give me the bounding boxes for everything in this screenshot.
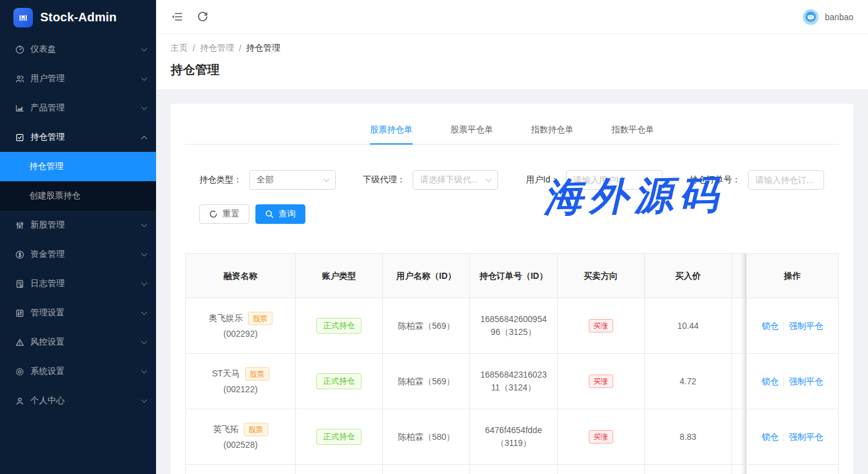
sliver-cell: [731, 354, 746, 409]
stock-name: ST天马: [212, 367, 240, 380]
page-title: 持仓管理: [171, 61, 853, 78]
user-cell: 陈柏霖（580）: [383, 409, 470, 465]
logo[interactable]: Stock-Admin: [0, 0, 156, 35]
chevron-down-icon: [324, 176, 330, 182]
logo-icon: [13, 8, 33, 27]
sidebar-item-users[interactable]: 用户管理: [0, 64, 156, 93]
lock-position-link[interactable]: 锁仓: [761, 321, 778, 331]
chevron-down-icon: [141, 280, 148, 286]
sidebar-item-logs[interactable]: 日志管理: [0, 269, 156, 298]
table-row: ST天马股票(002122) 正式持仓 陈柏霖（569） 16856842316…: [186, 354, 839, 409]
stock-tag: 股票: [244, 423, 268, 436]
sidebar-item-label: 资金管理: [30, 249, 136, 260]
stock-code: (002292): [194, 328, 286, 340]
stock-name: 奥飞娱乐: [209, 312, 243, 325]
content: 股票持仓单 股票平仓单 指数持仓单 指数平仓单 持仓类型： 全部 下级代理：: [156, 89, 868, 474]
col-buy-price: 买入价: [644, 254, 731, 298]
filter-order-no: 持仓订单号：: [689, 170, 853, 190]
user-menu[interactable]: banbao: [803, 9, 853, 25]
sidebar-subitem-position-management[interactable]: 持仓管理: [0, 152, 156, 181]
sidebar-item-ipo[interactable]: 新股管理: [0, 210, 156, 240]
account-type-badge: 正式持仓: [316, 373, 361, 389]
filter-bar: 持仓类型： 全部 下级代理： 请选择下级代...: [185, 170, 839, 190]
sidebar-item-label: 持仓管理: [30, 132, 136, 143]
profile-icon: [15, 396, 24, 406]
force-close-link[interactable]: 强制平仓: [789, 432, 823, 442]
tab-bar: 股票持仓单 股票平仓单 指数持仓单 指数平仓单: [185, 118, 839, 145]
user-id-label: 用户Id：: [526, 174, 559, 185]
products-icon: [15, 103, 24, 113]
sidebar-item-label: 管理设置: [30, 307, 136, 318]
avatar: [803, 9, 819, 25]
table-row: 奥飞娱乐股票(002292) 正式持仓 陈柏霖（569） 16856842600…: [186, 298, 839, 354]
user-id-input[interactable]: [566, 170, 663, 190]
col-sliver: [731, 254, 746, 298]
sidebar-item-funds[interactable]: 资金管理: [0, 240, 156, 269]
search-button[interactable]: 查询: [255, 204, 305, 224]
force-close-link[interactable]: 强制平仓: [789, 376, 823, 386]
sidebar-item-risk[interactable]: 风控设置: [0, 328, 156, 357]
filter-sub-agent: 下级代理： 请选择下级代...: [363, 170, 526, 190]
app-title: Stock-Admin: [40, 10, 117, 24]
reload-icon[interactable]: [196, 11, 208, 23]
filter-user-id: 用户Id：: [526, 170, 689, 190]
position-type-select[interactable]: 全部: [249, 170, 336, 190]
sidebar-item-products[interactable]: 产品管理: [0, 93, 156, 123]
sidebar-item-label: 用户管理: [30, 73, 136, 84]
sidebar-item-dashboard[interactable]: 仪表盘: [0, 35, 156, 64]
chevron-down-icon: [141, 221, 148, 228]
col-order-no: 持仓订单号（ID）: [470, 254, 557, 298]
chevron-down-icon: [486, 176, 492, 182]
dashboard-icon: [15, 45, 24, 54]
breadcrumb: 主页 / 持仓管理 / 持仓管理: [171, 43, 853, 54]
chevron-down-icon: [141, 397, 148, 403]
tab-index-closed[interactable]: 指数平仓单: [611, 118, 654, 145]
sidebar: Stock-Admin 仪表盘 用户管理 产品管理 持仓管理: [0, 0, 156, 474]
stock-tag: 股票: [248, 312, 272, 325]
filter-actions: 重置 查询: [185, 204, 839, 224]
sidebar-item-positions[interactable]: 持仓管理: [0, 123, 156, 152]
breadcrumb-separator: /: [193, 43, 195, 53]
system-icon: [15, 367, 24, 376]
tab-stock-closed[interactable]: 股票平仓单: [450, 118, 493, 145]
logs-icon: [15, 279, 24, 289]
sidebar-menu: 仪表盘 用户管理 产品管理 持仓管理 持仓管理: [0, 35, 156, 415]
sidebar-item-label: 持仓管理: [29, 161, 146, 172]
users-icon: [15, 74, 24, 84]
stock-code: (002528): [194, 439, 286, 451]
sidebar-item-label: 新股管理: [30, 220, 136, 231]
sidebar-item-system[interactable]: 系统设置: [0, 357, 156, 386]
sidebar-item-label: 个人中心: [30, 395, 136, 406]
order-no-label: 持仓订单号：: [689, 174, 741, 185]
breadcrumb-position-management[interactable]: 持仓管理: [200, 43, 234, 54]
breadcrumb-separator: /: [239, 43, 241, 53]
sidebar-item-profile[interactable]: 个人中心: [0, 386, 156, 415]
sidebar-subitem-create-stock-position[interactable]: 创建股票持仓: [0, 181, 156, 210]
reset-button[interactable]: 重置: [199, 204, 249, 224]
tab-index-positions[interactable]: 指数持仓单: [531, 118, 574, 145]
sidebar-item-admin-settings[interactable]: 管理设置: [0, 298, 156, 328]
positions-submenu: 持仓管理 创建股票持仓: [0, 152, 156, 210]
sliver-cell: [731, 298, 746, 354]
lock-position-link[interactable]: 锁仓: [761, 376, 778, 386]
position-type-label: 持仓类型：: [199, 174, 242, 185]
lock-position-link[interactable]: 锁仓: [761, 432, 778, 442]
tab-stock-positions[interactable]: 股票持仓单: [370, 118, 413, 145]
sub-agent-label: 下级代理：: [363, 174, 405, 185]
table-row: [186, 465, 839, 474]
sub-agent-placeholder: 请选择下级代...: [420, 174, 478, 185]
order-no-input[interactable]: [748, 170, 824, 190]
col-financing-name: 融资名称: [186, 254, 296, 298]
action-divider: [783, 433, 784, 442]
force-close-link[interactable]: 强制平仓: [789, 321, 823, 331]
sidebar-item-label: 创建股票持仓: [29, 190, 146, 201]
breadcrumb-home[interactable]: 主页: [171, 43, 188, 54]
main-area: banbao 主页 / 持仓管理 / 持仓管理 持仓管理 股票持仓单 股票平仓单…: [156, 0, 868, 474]
funds-icon: [15, 250, 24, 259]
sub-agent-select[interactable]: 请选择下级代...: [413, 170, 498, 190]
sidebar-item-label: 产品管理: [30, 102, 136, 113]
chevron-down-icon: [141, 339, 148, 345]
menu-fold-icon[interactable]: [171, 11, 183, 23]
action-divider: [783, 322, 784, 331]
breadcrumb-current: 持仓管理: [246, 43, 280, 54]
